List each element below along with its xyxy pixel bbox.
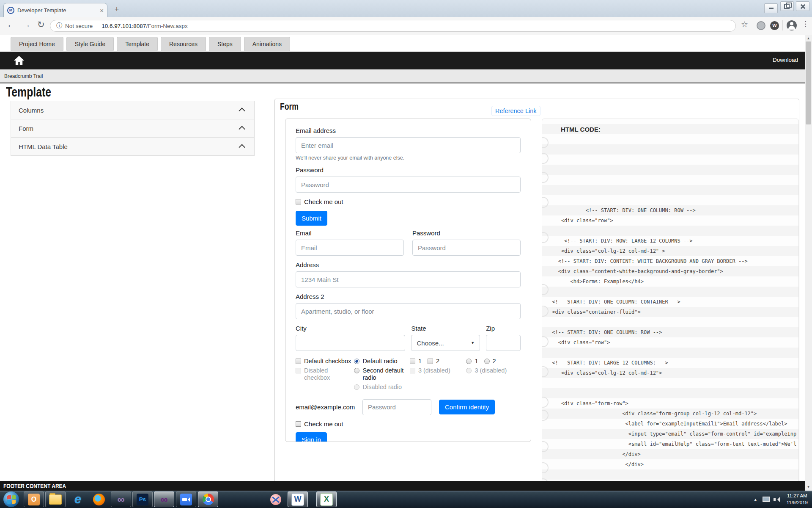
nav-button[interactable]: Animations: [244, 37, 290, 51]
second-radio-label: Second default radio: [362, 367, 410, 382]
scroll-down-icon[interactable]: ▲: [805, 485, 812, 489]
scroll-up-icon[interactable]: ▲: [805, 36, 812, 40]
menu-dots-icon[interactable]: ⋮: [802, 19, 809, 28]
zip-input[interactable]: [486, 335, 521, 351]
password-input[interactable]: [296, 177, 521, 193]
network-icon[interactable]: [761, 496, 770, 503]
default-checkbox[interactable]: [296, 359, 301, 364]
code-line: [549, 226, 798, 236]
code-lines: <!-- START: DIV: ONE COLUMN: ROW --> <di…: [542, 124, 798, 483]
taskbar-ie-icon[interactable]: e: [68, 491, 88, 507]
page-scrollbar[interactable]: ▲ ▲: [805, 35, 812, 491]
code-line: <!-- START: DIV: ROW: LARGE-12 COLUMNS -…: [549, 236, 798, 246]
taskbar-word-icon[interactable]: W: [288, 491, 308, 507]
not-secure-label: Not secure: [65, 23, 93, 29]
inline-radio-1[interactable]: [466, 359, 472, 364]
browser-titlebar: M Developer Template × +: [0, 0, 812, 17]
profile-avatar[interactable]: [787, 20, 797, 30]
extension-icon[interactable]: [757, 21, 765, 30]
taskbar-outlook-icon[interactable]: O: [24, 491, 44, 507]
folder-tab: [49, 493, 55, 495]
accordion-item-label: Form: [19, 125, 33, 132]
taskbar-excel-icon[interactable]: X: [316, 491, 337, 507]
html-code-header: HTML CODE:: [561, 126, 601, 133]
accordion-item[interactable]: Columns: [11, 101, 255, 119]
code-line: [549, 388, 798, 398]
restore-button[interactable]: [780, 1, 794, 11]
bookmark-star-icon[interactable]: ☆: [741, 19, 748, 29]
email-input[interactable]: [296, 137, 521, 153]
system-tray: ▲ 11:27 AM 11/9/2019: [754, 491, 810, 508]
start-flag-pane: [7, 495, 11, 500]
taskbar-visualstudio-icon[interactable]: ∞: [111, 491, 131, 507]
email2-label: Email: [296, 229, 404, 237]
browser-tab[interactable]: M Developer Template ×: [3, 3, 107, 17]
check-me-out-checkbox[interactable]: [296, 199, 301, 204]
nav-button[interactable]: Project Home: [11, 37, 63, 51]
browser-toolbar: ← → ↻ ⓘ Not secure 10.6.97.101:8087/Form…: [0, 17, 812, 35]
default-radio[interactable]: [354, 359, 359, 364]
taskbar-zoom-icon[interactable]: [176, 491, 196, 507]
info-icon[interactable]: ⓘ: [56, 22, 62, 30]
inline-checkbox-2[interactable]: [428, 359, 433, 364]
avatar-head: [790, 22, 793, 25]
new-tab-button[interactable]: +: [111, 5, 123, 14]
scrollbar-thumb[interactable]: [806, 41, 811, 124]
confirm-identity-button[interactable]: Confirm identity: [439, 400, 495, 414]
tab-close-icon[interactable]: ×: [100, 7, 104, 14]
download-link[interactable]: Download: [773, 57, 798, 63]
chevron-up-icon: [239, 144, 245, 151]
nav-button[interactable]: Style Guide: [66, 37, 114, 51]
inline-radio-2[interactable]: [484, 359, 490, 364]
reference-link[interactable]: Reference Link: [491, 106, 540, 116]
password2-input[interactable]: [412, 240, 521, 256]
sign-in-button[interactable]: Sign in: [296, 432, 327, 442]
back-icon[interactable]: ←: [7, 19, 16, 30]
nav-button[interactable]: Steps: [209, 37, 241, 51]
chevron-up-icon: [239, 126, 245, 133]
accordion-item[interactable]: HTML Data Table: [11, 138, 255, 156]
taskbar-photoshop-icon[interactable]: Ps: [132, 491, 153, 507]
state-label: State: [411, 325, 480, 332]
start-button[interactable]: [3, 491, 19, 507]
address2-input[interactable]: [296, 303, 521, 319]
state-select[interactable]: Choose... ▼: [411, 335, 480, 351]
taskbar-clock[interactable]: 11:27 AM 11/9/2019: [787, 493, 808, 506]
taskbar-explorer-icon[interactable]: [45, 491, 66, 507]
site-nav: Project HomeStyle GuideTemplateResources…: [0, 35, 812, 52]
check-me-out-checkbox-2[interactable]: [296, 421, 301, 427]
address-bar[interactable]: ⓘ Not secure 10.6.97.101:8087/Form-New.a…: [50, 20, 736, 32]
reload-icon[interactable]: ↻: [37, 19, 45, 30]
nav-button[interactable]: Template: [117, 37, 158, 51]
nav-button[interactable]: Resources: [161, 37, 206, 51]
minimize-button[interactable]: [764, 3, 778, 13]
close-button[interactable]: [796, 1, 809, 11]
city-label: City: [296, 325, 405, 332]
code-line: <div class="form-group col-lg-12 col-md-…: [549, 409, 798, 419]
wordpress-extension-icon[interactable]: W: [770, 21, 779, 30]
tray-expand-icon[interactable]: ▲: [754, 497, 757, 502]
code-line: <!-- START: DIV: CONTENT: WHITE BACKGROU…: [549, 256, 798, 266]
forward-icon[interactable]: →: [22, 19, 31, 30]
inline-checkbox-1[interactable]: [410, 359, 415, 364]
speaker-icon[interactable]: [774, 496, 781, 503]
footer-label: FOOTER CONTENT AREA: [3, 482, 66, 489]
submit-button[interactable]: Submit: [296, 211, 327, 226]
omnibox-divider: [97, 22, 97, 29]
taskbar-snipping-tool-icon[interactable]: [266, 491, 286, 507]
code-line: [549, 317, 798, 327]
accordion-item[interactable]: Form: [11, 119, 255, 138]
screen: M Developer Template × + ← → ↻ ⓘ Not sec…: [0, 0, 812, 508]
code-line: <h4>Forms: Examples</h4>: [549, 276, 798, 287]
identity-password-input[interactable]: [362, 399, 431, 415]
address-input[interactable]: [296, 271, 521, 287]
taskbar-visualstudio2-icon[interactable]: ∞: [154, 491, 174, 507]
home-icon[interactable]: [13, 55, 25, 66]
second-radio[interactable]: [354, 368, 359, 373]
start-flag-pane: [12, 500, 16, 504]
breadcrumb-bar: Breadcrumb Trail: [0, 69, 812, 83]
taskbar-chrome-icon[interactable]: [198, 491, 218, 507]
email2-input[interactable]: [296, 240, 404, 256]
city-input[interactable]: [296, 335, 405, 351]
taskbar-firefox-icon[interactable]: [89, 491, 109, 507]
